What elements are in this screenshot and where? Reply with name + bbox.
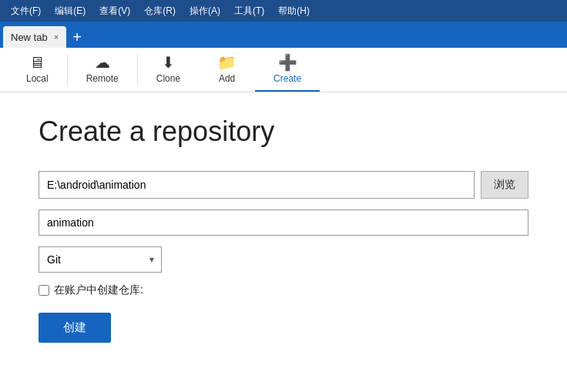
toolbar-create[interactable]: ➕ Create [255, 48, 320, 92]
toolbar-local[interactable]: 🖥 Local [8, 48, 67, 92]
remote-checkbox-row: 在账户中创建仓库: [39, 283, 528, 297]
remote-checkbox-label: 在账户中创建仓库: [54, 283, 143, 297]
menu-edit[interactable]: 编辑(E) [49, 3, 92, 19]
tab-close-icon[interactable]: × [54, 33, 59, 42]
toolbar-clone[interactable]: ⬇ Clone [138, 48, 199, 92]
local-icon: 🖥 [29, 55, 45, 70]
vcs-select-wrapper: Git Mercurial ▾ [39, 246, 162, 273]
name-input[interactable] [39, 209, 528, 236]
create-icon: ➕ [278, 55, 297, 70]
toolbar-local-label: Local [26, 73, 49, 84]
tab-label: New tab [11, 32, 48, 43]
toolbar-remote[interactable]: ☁ Remote [68, 48, 137, 92]
menu-bar: 文件(F) 编辑(E) 查看(V) 仓库(R) 操作(A) 工具(T) 帮助(H… [0, 0, 567, 22]
menu-view[interactable]: 查看(V) [93, 3, 136, 19]
remote-icon: ☁ [95, 55, 110, 70]
toolbar-add-label: Add [219, 73, 235, 84]
menu-tools[interactable]: 工具(T) [228, 3, 270, 19]
name-group [39, 209, 528, 236]
toolbar-add[interactable]: 📁 Add [199, 48, 255, 92]
add-icon: 📁 [217, 55, 237, 70]
toolbar: 🖥 Local ☁ Remote ⬇ Clone 📁 Add ➕ Create [0, 48, 567, 92]
menu-file[interactable]: 文件(F) [5, 3, 47, 19]
browse-button[interactable]: 浏览 [481, 171, 528, 199]
path-input[interactable] [39, 171, 475, 199]
remote-checkbox[interactable] [39, 285, 49, 296]
new-tab-button[interactable]: + [66, 29, 88, 45]
tab-new-tab[interactable]: New tab × [3, 26, 66, 48]
menu-help[interactable]: 帮助(H) [272, 3, 316, 19]
clone-icon: ⬇ [162, 55, 175, 70]
vcs-select[interactable]: Git Mercurial [39, 246, 162, 273]
vcs-group: Git Mercurial ▾ [39, 246, 528, 273]
menu-repo[interactable]: 仓库(R) [138, 3, 182, 19]
create-button[interactable]: 创建 [39, 313, 111, 343]
main-content: Create a repository 浏览 Git Mercurial ▾ 在… [0, 92, 567, 366]
toolbar-remote-label: Remote [86, 73, 119, 84]
path-row: 浏览 [39, 171, 528, 199]
page-title: Create a repository [39, 116, 528, 148]
menu-action[interactable]: 操作(A) [183, 3, 226, 19]
tab-bar: New tab × + [0, 22, 567, 48]
toolbar-clone-label: Clone [156, 73, 180, 84]
toolbar-create-label: Create [273, 73, 301, 84]
